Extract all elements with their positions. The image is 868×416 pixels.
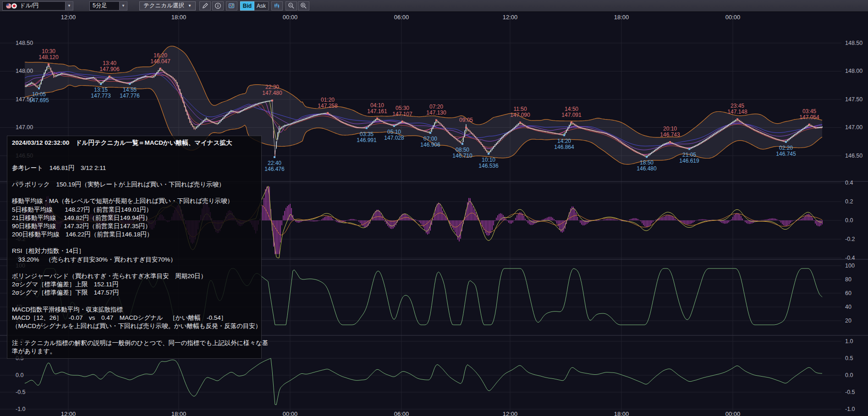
- currency-pair-dropdown-button[interactable]: ▼: [66, 1, 73, 11]
- macd-histogram-bar: [280, 220, 281, 242]
- macd-histogram-bar: [636, 219, 637, 220]
- macd-histogram-bar: [555, 220, 556, 221]
- time-axis-label-bottom: 18:00: [171, 411, 187, 416]
- macd-histogram-bar: [709, 220, 710, 220]
- draw-tool-button[interactable]: [199, 1, 211, 11]
- macd-histogram-bar: [574, 209, 575, 220]
- macd-histogram-bar: [609, 219, 610, 220]
- macd-histogram-bar: [347, 220, 348, 220]
- macd-histogram-bar: [354, 219, 355, 220]
- currency-pair-selector[interactable]: ドル/円: [2, 1, 66, 11]
- timeframe-selector[interactable]: 5分足: [89, 1, 120, 11]
- macd-histogram-bar: [629, 219, 630, 220]
- macd-histogram-bar: [578, 220, 579, 221]
- macd-histogram-bar: [297, 220, 297, 223]
- macd-histogram-bar: [610, 219, 611, 221]
- macd-histogram-bar: [439, 204, 440, 220]
- macd-histogram-bar: [532, 220, 533, 225]
- timeframe-dropdown-button[interactable]: ▼: [120, 1, 127, 11]
- macd-histogram-bar: [298, 220, 299, 223]
- macd-histogram-bar: [626, 220, 627, 221]
- deviation-line: [25, 358, 822, 405]
- price-annotation-high: 05:30147.107: [392, 105, 412, 117]
- axis-label-left: 0.0: [16, 372, 23, 378]
- time-axis-label-top: 12:00: [61, 14, 76, 21]
- annotation-marker: [646, 156, 648, 158]
- macd-histogram-bar: [600, 220, 601, 221]
- technical-summary-line: 200日移動平均線 146.22円（前営業日146.18円）: [12, 230, 257, 239]
- annotation-marker: [571, 121, 572, 123]
- macd-histogram-bar: [749, 220, 750, 224]
- macd-histogram-bar: [801, 219, 802, 220]
- axis-label-right: 80: [845, 276, 852, 283]
- macd-histogram-bar: [394, 220, 395, 227]
- zoom-in-button[interactable]: [298, 1, 309, 11]
- macd-histogram-bar: [419, 220, 420, 222]
- axis-label-right: 147.00: [845, 124, 863, 131]
- info-icon: [214, 2, 221, 9]
- technical-summary-line: [12, 172, 257, 181]
- technical-summary-line: 移動平均線・MA（各レベルで短期が長期を上回れば買い・下回れば売り示唆）: [12, 197, 257, 205]
- macd-histogram-bar: [527, 220, 528, 223]
- axis-label-right: 147.50: [845, 96, 863, 103]
- chart-type-button[interactable]: [271, 1, 283, 11]
- macd-histogram-bar: [276, 220, 277, 254]
- macd-histogram-bar: [675, 219, 676, 220]
- axis-label-left: 148.50: [16, 40, 33, 46]
- zoom-out-button[interactable]: [286, 1, 297, 11]
- macd-histogram-bar: [562, 220, 563, 233]
- technical-summary-line: MACD［12、26］ -0.07 vs 0.47 MACDシグナル ［かい離幅…: [12, 314, 257, 322]
- axis-label-right: 0.2: [845, 198, 853, 205]
- macd-histogram-bar: [661, 218, 662, 220]
- macd-histogram-bar: [452, 220, 453, 228]
- axis-label-right: -1.0: [845, 406, 855, 412]
- macd-histogram-bar: [615, 219, 616, 220]
- macd-histogram-bar: [640, 220, 641, 221]
- macd-histogram-bar: [577, 217, 578, 220]
- macd-histogram-bar: [321, 219, 322, 220]
- macd-histogram-bar: [345, 220, 346, 222]
- technical-select-button[interactable]: テクニカル選択 ▼: [139, 1, 196, 11]
- macd-histogram-bar: [816, 220, 817, 225]
- macd-histogram-bar: [471, 203, 472, 220]
- macd-histogram-bar: [655, 220, 656, 220]
- macd-histogram-bar: [514, 220, 515, 221]
- macd-histogram-bar: [336, 220, 337, 222]
- macd-histogram-bar: [780, 220, 781, 223]
- macd-histogram-bar: [789, 220, 790, 224]
- macd-histogram-bar: [371, 220, 372, 221]
- macd-histogram-bar: [767, 219, 768, 220]
- macd-histogram-bar: [721, 220, 722, 223]
- macd-histogram-bar: [277, 220, 278, 254]
- macd-histogram-bar: [743, 220, 744, 221]
- axis-label-right: -0.2: [845, 236, 855, 242]
- technical-summary-line: 5日移動平均線 148.27円（前営業日149.01円）: [12, 206, 257, 214]
- ask-toggle[interactable]: Ask: [254, 1, 269, 11]
- axis-label-right: 100: [845, 263, 855, 269]
- macd-histogram-bar: [497, 215, 498, 220]
- macd-histogram-bar: [599, 220, 600, 221]
- technical-summary-line: RSI［相対力指数・14日］: [12, 247, 257, 255]
- macd-histogram-bar: [728, 220, 729, 222]
- macd-histogram-bar: [290, 204, 291, 220]
- price-annotation-low: 02:20146.745: [776, 145, 796, 157]
- annotation-marker: [401, 120, 403, 122]
- macd-histogram-bar: [262, 206, 263, 220]
- macd-histogram-bar: [576, 213, 577, 220]
- axis-label-right: 148.00: [845, 68, 863, 74]
- macd-histogram-bar: [264, 198, 264, 220]
- macd-histogram-bar: [544, 219, 545, 221]
- info-button[interactable]: [212, 1, 224, 11]
- currency-pair-label: ドル/円: [20, 2, 39, 10]
- technical-summary-line: ボリンジャーバンド（買われすぎ・売られすぎ水準目安 周期20日）: [12, 272, 257, 280]
- macd-histogram-bar: [670, 216, 671, 220]
- annotation-marker: [563, 134, 565, 136]
- bid-toggle[interactable]: Bid: [240, 1, 254, 11]
- macd-histogram-bar: [734, 215, 735, 220]
- chart-settings-button[interactable]: [226, 1, 237, 11]
- macd-histogram-bar: [775, 219, 776, 220]
- macd-histogram-bar: [694, 220, 695, 222]
- macd-histogram-bar: [486, 220, 487, 235]
- macd-histogram-bar: [688, 220, 689, 224]
- price-annotation-high: 20:10146.743: [660, 126, 680, 138]
